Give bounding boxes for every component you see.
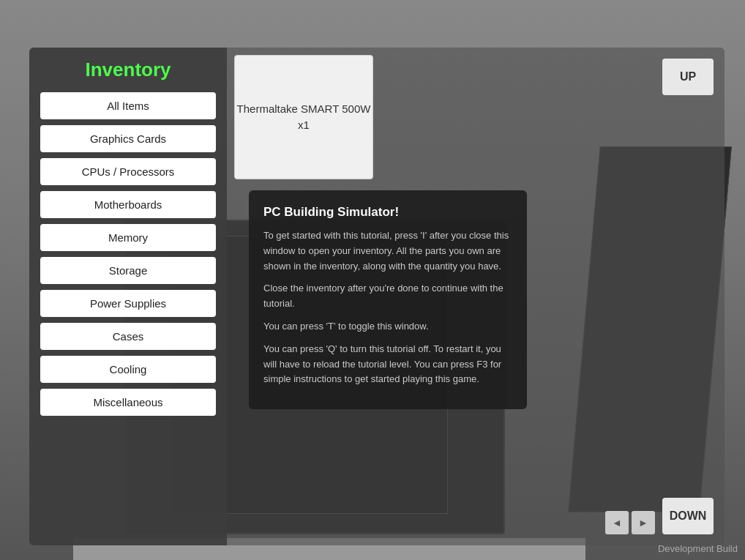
dev-build-label: Development Build <box>658 543 738 554</box>
tutorial-title: PC Building Simulator! <box>263 205 512 220</box>
main-panel: Inventory All ItemsGraphics CardsCPUs / … <box>29 48 725 545</box>
item-quantity: x1 <box>298 117 310 134</box>
inventory-title: Inventory <box>40 59 216 81</box>
scroll-right-arrow[interactable]: ► <box>632 511 655 534</box>
category-btn-cpus-processors[interactable]: CPUs / Processors <box>40 158 216 185</box>
category-btn-cases[interactable]: Cases <box>40 323 216 350</box>
down-button[interactable]: DOWN <box>662 498 714 534</box>
category-btn-miscellaneous[interactable]: Miscellaneous <box>40 389 216 416</box>
tutorial-body: To get started with this tutorial, press… <box>263 228 512 387</box>
scroll-left-arrow[interactable]: ◄ <box>605 511 629 534</box>
category-btn-graphics-cards[interactable]: Graphics Cards <box>40 125 216 152</box>
category-btn-cooling[interactable]: Cooling <box>40 356 216 383</box>
category-btn-all-items[interactable]: All Items <box>40 92 216 119</box>
inventory-sidebar: Inventory All ItemsGraphics CardsCPUs / … <box>29 48 227 545</box>
item-card: Thermaltake SMART 500W x1 <box>234 55 373 179</box>
item-name: Thermaltake SMART 500W <box>237 101 371 118</box>
up-button[interactable]: UP <box>662 59 714 95</box>
category-btn-motherboards[interactable]: Motherboards <box>40 191 216 218</box>
category-btn-power-supplies[interactable]: Power Supplies <box>40 290 216 317</box>
category-btn-storage[interactable]: Storage <box>40 257 216 284</box>
tutorial-popup: PC Building Simulator! To get started wi… <box>249 190 527 409</box>
tutorial-paragraph: You can press 'Q' to turn this tutorial … <box>263 342 512 387</box>
category-btn-memory[interactable]: Memory <box>40 224 216 251</box>
tutorial-paragraph: Close the inventory after you're done to… <box>263 281 512 312</box>
category-list: All ItemsGraphics CardsCPUs / Processors… <box>40 92 216 416</box>
scroll-arrows: ◄ ► <box>605 511 655 534</box>
tutorial-paragraph: To get started with this tutorial, press… <box>263 228 512 274</box>
tutorial-paragraph: You can press 'T' to toggle this window. <box>263 319 512 335</box>
